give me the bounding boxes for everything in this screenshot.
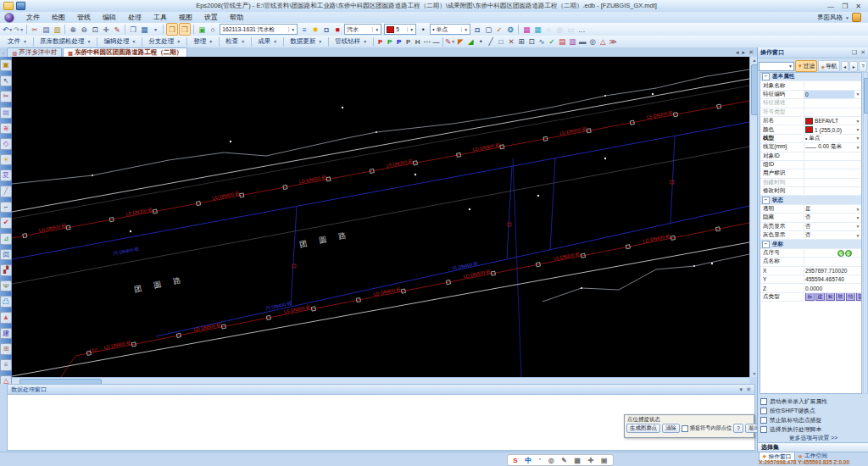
redraw-icon[interactable]: ✎	[112, 24, 122, 35]
panel-close-icon[interactable]: ✕	[860, 49, 865, 56]
point-type-button[interactable]: 隐	[856, 293, 861, 302]
property-value[interactable]: 0	[804, 91, 854, 98]
workflow-menu-9[interactable]: 管线钻样▼	[331, 36, 371, 47]
selection-set-header[interactable]: 选择集	[758, 442, 868, 452]
document-tab-1[interactable]: ▨芦洋乡洋中村	[7, 47, 62, 57]
rect-draw-icon[interactable]: □	[496, 36, 506, 47]
confirm-icon[interactable]: ✓	[547, 36, 557, 47]
xia-tool-icon[interactable]: 夏	[0, 169, 12, 181]
punctuation-icon[interactable]: ’	[539, 457, 541, 464]
dropdown-icon[interactable]: ▼	[854, 224, 861, 229]
scissors-icon[interactable]: ✂	[0, 91, 12, 103]
flag-green-icon[interactable]: ◢	[465, 36, 476, 47]
point-style-combo[interactable]: •单点▼	[430, 24, 470, 35]
list-tool-icon[interactable]: ≡	[0, 359, 12, 371]
menu-4[interactable]: 编辑	[97, 12, 122, 23]
tab-scroll-left-button[interactable]: ◂	[736, 49, 739, 56]
property-value[interactable]: 是	[804, 205, 854, 213]
property-value[interactable]	[804, 258, 854, 265]
keyboard-icon[interactable]: ▦	[575, 457, 581, 464]
disabled-icon-1[interactable]: ○	[543, 24, 554, 35]
menu-1[interactable]: 文件	[20, 12, 46, 23]
new-entity-icon[interactable]: ▣	[197, 24, 207, 35]
property-value[interactable]: BEFAVLT	[804, 117, 854, 125]
point-id-combo[interactable]: 162113-1631 污水检▼	[220, 24, 298, 35]
plus-icon[interactable]: ✚	[588, 457, 594, 464]
panel-close-icon[interactable]: ✕	[746, 386, 751, 393]
circle-tool-icon[interactable]: ○	[208, 24, 218, 35]
calc-icon[interactable]: ▤	[557, 36, 567, 47]
collapse-icon[interactable]: −	[762, 241, 770, 248]
cut-icon[interactable]: ✂	[30, 24, 40, 35]
copy-attr-icon[interactable]: ⊡	[526, 36, 537, 47]
abacus-icon[interactable]: ▥	[567, 36, 577, 47]
workflow-menu-1[interactable]: 文件▼	[3, 36, 31, 47]
slash-tool-icon[interactable]: ╱	[0, 186, 12, 197]
menu-7[interactable]: 视图	[173, 12, 198, 23]
tab-scroll-right-button[interactable]: ▸	[743, 49, 746, 56]
property-value[interactable]: 1 (255,0,0)	[804, 125, 854, 133]
property-value[interactable]	[804, 179, 854, 186]
erase-icon[interactable]: ✕	[506, 36, 516, 47]
document-list-icon[interactable]: ▫	[3, 50, 4, 56]
property-value[interactable]	[804, 169, 854, 177]
copy-icon[interactable]: ▤	[41, 24, 51, 35]
grid-section-2[interactable]: −状态	[760, 196, 861, 204]
table-tool-icon[interactable]: ▤	[0, 107, 12, 119]
ui-style-menu[interactable]: 界面风格	[817, 14, 843, 22]
line-width-combo[interactable]: 5▼	[384, 24, 416, 35]
globe-icon[interactable]: ❂	[505, 24, 515, 35]
next-object-button[interactable]: ▸	[849, 61, 858, 72]
window-mini-icon[interactable]: ▪	[150, 24, 160, 35]
node-tool-icon[interactable]: ◇	[0, 138, 12, 150]
window-tile-icon[interactable]: ▦	[139, 24, 149, 35]
property-value[interactable]: 否	[804, 231, 854, 239]
tab-close-button[interactable]: ✕	[748, 49, 754, 56]
ruler-icon[interactable]: ▬	[577, 36, 587, 47]
property-value[interactable]: 0.0000	[804, 284, 854, 291]
property-value[interactable]: •单点	[804, 135, 854, 142]
select-tool-icon[interactable]: ▣	[0, 59, 12, 71]
lock2-icon[interactable]: ◘	[472, 24, 482, 35]
red-swatch-icon[interactable]: ■	[332, 24, 342, 35]
dot-icon[interactable]: •	[418, 24, 428, 35]
tri-red-tool-icon[interactable]: ▲	[0, 312, 12, 324]
maximize-button[interactable]: ❐	[842, 1, 848, 12]
flag-red-icon[interactable]: ◤	[455, 36, 465, 47]
point-type-button[interactable]: 标	[805, 293, 815, 302]
vertex-tool-icon[interactable]: ↖	[0, 75, 12, 87]
option-checkbox[interactable]	[760, 408, 767, 414]
menu-8[interactable]: 设置	[198, 12, 224, 23]
panel-pin-icon[interactable]: ❏	[852, 49, 857, 56]
generate-frame-points-button[interactable]: 生成图廓点	[626, 424, 660, 433]
map-window-icon[interactable]: ❒	[166, 23, 178, 36]
dropdown-icon[interactable]: ▼	[854, 215, 861, 220]
redo-icon[interactable]: ↷▼	[14, 24, 24, 35]
point-draw-icon[interactable]: •	[476, 36, 486, 47]
navigate-button[interactable]: ◈ 导航	[818, 60, 839, 72]
dropdown-icon[interactable]: ▼	[854, 119, 861, 124]
pen-icon[interactable]: ✎	[561, 457, 567, 464]
dropdown-icon[interactable]: ▼	[854, 127, 861, 132]
property-value[interactable]: 455594.465740	[804, 275, 854, 283]
document-tab-2[interactable]: ▨东侨中科园区团圆路道路工程（二期）	[63, 47, 187, 57]
lamp-tool-icon[interactable]: ☀	[0, 154, 12, 166]
bulb-icon[interactable]: ✹	[310, 24, 320, 35]
point-type-button[interactable]: 特	[846, 293, 855, 302]
menu-6[interactable]: 工具	[147, 12, 173, 23]
angle-tool-icon[interactable]: ⌐	[0, 202, 12, 214]
h-gray-icon[interactable]: H	[413, 38, 422, 46]
grid-section-3[interactable]: −坐标	[760, 240, 861, 248]
tu-tool-icon[interactable]: 凸	[0, 296, 12, 308]
property-value[interactable]: ◂▸	[804, 249, 854, 257]
property-value[interactable]: 否	[804, 223, 854, 230]
grid-draw-icon[interactable]: ⊞	[516, 36, 526, 47]
option-checkbox[interactable]	[760, 398, 767, 405]
layers-icon[interactable]: ≡	[299, 24, 309, 35]
triangle-tool-icon[interactable]: ⊿	[0, 233, 12, 245]
find-icon[interactable]: ◎	[587, 36, 598, 47]
property-value[interactable]	[804, 153, 854, 160]
pan-icon[interactable]: ✛	[101, 24, 111, 35]
sogou-logo-icon[interactable]: S	[513, 457, 517, 464]
property-value[interactable]	[804, 81, 854, 89]
